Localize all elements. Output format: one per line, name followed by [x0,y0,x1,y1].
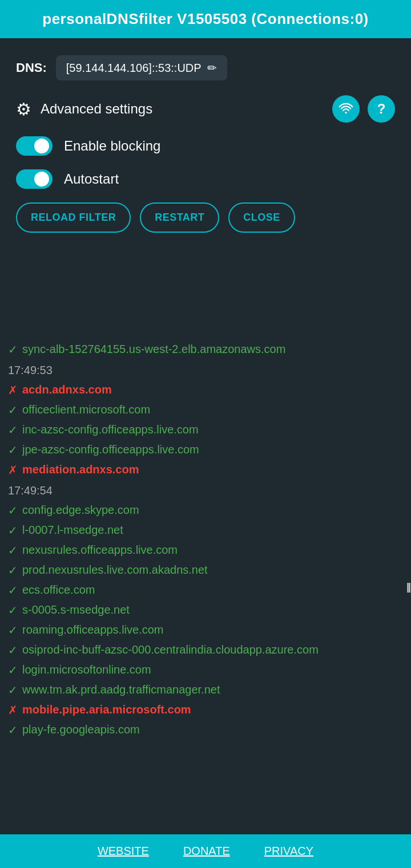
log-domain-blocked: acdn.adnxs.com [22,381,112,398]
app-footer: WEBSITE DONATE PRIVACY [0,834,411,868]
main-content: DNS: [59.144.144.106]::53::UDP ✏ ⚙ Advan… [0,38,411,339]
dns-row: DNS: [59.144.144.106]::53::UDP ✏ [16,55,395,80]
dns-label: DNS: [16,60,47,75]
toggle-thumb-blocking [34,139,49,153]
check-icon: ✓ [8,401,18,419]
log-domain-allowed: osiprod-inc-buff-azsc-000.centralindia.c… [22,641,319,658]
dns-value-box[interactable]: [59.144.144.106]::53::UDP ✏ [56,55,227,80]
log-domain-allowed: ecs.office.com [22,581,95,598]
log-domain-allowed: nexusrules.officeapps.live.com [22,541,178,558]
enable-blocking-label: Enable blocking [64,138,160,154]
signal-icon [339,102,353,116]
log-area[interactable]: ✓sync-alb-152764155.us-west-2.elb.amazon… [0,339,411,835]
enable-blocking-toggle[interactable] [16,136,53,156]
log-entry: ✓config.edge.skype.com [8,500,403,520]
donate-link[interactable]: DONATE [183,845,230,858]
x-icon: ✗ [8,701,18,719]
x-icon: ✗ [8,461,18,478]
check-icon: ✓ [8,522,18,539]
check-icon: ✓ [8,721,18,739]
action-buttons: RELOAD FILTER RESTART CLOSE [16,202,395,233]
log-domain-allowed: config.edge.skype.com [22,501,139,518]
log-domain-allowed: roaming.officeapps.live.com [22,621,164,638]
log-entry: ✗acdn.adnxs.com [8,380,403,400]
check-icon: ✓ [8,341,18,358]
log-domain-allowed: prod.nexusrules.live.com.akadns.net [22,561,208,578]
website-link[interactable]: WEBSITE [98,845,149,858]
restart-button[interactable]: RESTART [140,202,219,233]
log-domain-allowed: l-0007.l-msedge.net [22,521,123,538]
dns-value-text: [59.144.144.106]::53::UDP [66,62,202,75]
log-entry: ✓prod.nexusrules.live.com.akadns.net [8,560,403,580]
check-icon: ✓ [8,642,18,659]
close-button[interactable]: CLOSE [228,202,295,233]
log-entry: ✓l-0007.l-msedge.net [8,520,403,540]
reload-filter-button[interactable]: RELOAD FILTER [16,202,131,233]
autostart-row: Autostart [16,169,395,189]
log-entry: ✗mediation.adnxs.com [8,460,403,480]
notification-button[interactable] [332,95,360,123]
autostart-toggle[interactable] [16,169,53,189]
log-entry: ✓roaming.officeapps.live.com [8,620,403,640]
enable-blocking-row: Enable blocking [16,136,395,156]
svg-point-0 [345,112,346,113]
log-entry: ✓inc-azsc-config.officeapps.live.com [8,420,403,440]
advanced-settings-row: ⚙ Advanced settings ? [16,95,395,123]
check-icon: ✓ [8,582,18,599]
log-domain-allowed: sync-alb-152764155.us-west-2.elb.amazona… [22,340,285,358]
check-icon: ✓ [8,562,18,579]
log-entry: ✓sync-alb-152764155.us-west-2.elb.amazon… [8,339,403,359]
log-domain-allowed: login.microsoftonline.com [22,661,151,678]
log-entry: ✓osiprod-inc-buff-azsc-000.centralindia.… [8,640,403,660]
log-domain-allowed: officeclient.microsoft.com [22,401,150,418]
app-header: personalDNSfilter V1505503 (Connections:… [0,0,411,38]
log-entry: 17:49:54 [8,480,403,500]
log-domain-allowed: inc-azsc-config.officeapps.live.com [22,421,199,438]
log-entry: ✗mobile.pipe.aria.microsoft.com [8,700,403,720]
log-domain-allowed: jpe-azsc-config.officeapps.live.com [22,441,199,458]
log-entry: ✓play-fe.googleapis.com [8,720,403,740]
log-entry: ✓s-0005.s-msedge.net [8,600,403,620]
x-icon: ✗ [8,382,18,399]
log-entry: ✓ecs.office.com [8,580,403,600]
check-icon: ✓ [8,682,18,699]
check-icon: ✓ [8,441,18,459]
check-icon: ✓ [8,421,18,439]
check-icon: ✓ [8,662,18,679]
log-domain-blocked: mobile.pipe.aria.microsoft.com [22,701,191,718]
log-entry: ✓nexusrules.officeapps.live.com [8,540,403,560]
toggle-thumb-autostart [34,172,49,186]
check-icon: ✓ [8,622,18,639]
log-domain-blocked: mediation.adnxs.com [22,461,139,478]
help-button[interactable]: ? [368,95,395,123]
log-entry: ✓login.microsoftonline.com [8,660,403,680]
log-entry: ✓jpe-azsc-config.officeapps.live.com [8,440,403,460]
log-entry: ✓officeclient.microsoft.com [8,400,403,420]
log-domain-allowed: s-0005.s-msedge.net [22,601,130,618]
check-icon: ✓ [8,502,18,519]
gear-icon: ⚙ [16,99,31,119]
autostart-label: Autostart [64,171,119,187]
settings-icons: ? [332,95,395,123]
settings-left[interactable]: ⚙ Advanced settings [16,99,152,119]
check-icon: ✓ [8,542,18,559]
edit-icon[interactable]: ✏ [207,61,217,75]
scroll-indicator: || [406,581,410,593]
log-entry: ✓www.tm.ak.prd.aadg.trafficmanager.net [8,680,403,700]
log-domain-allowed: play-fe.googleapis.com [22,721,140,738]
app-title: personalDNSfilter V1505503 (Connections:… [42,10,369,27]
privacy-link[interactable]: PRIVACY [264,845,313,858]
settings-label: Advanced settings [41,101,152,117]
check-icon: ✓ [8,602,18,619]
log-entry: 17:49:53 [8,359,403,380]
help-icon: ? [377,101,386,117]
log-domain-allowed: www.tm.ak.prd.aadg.trafficmanager.net [22,681,220,698]
